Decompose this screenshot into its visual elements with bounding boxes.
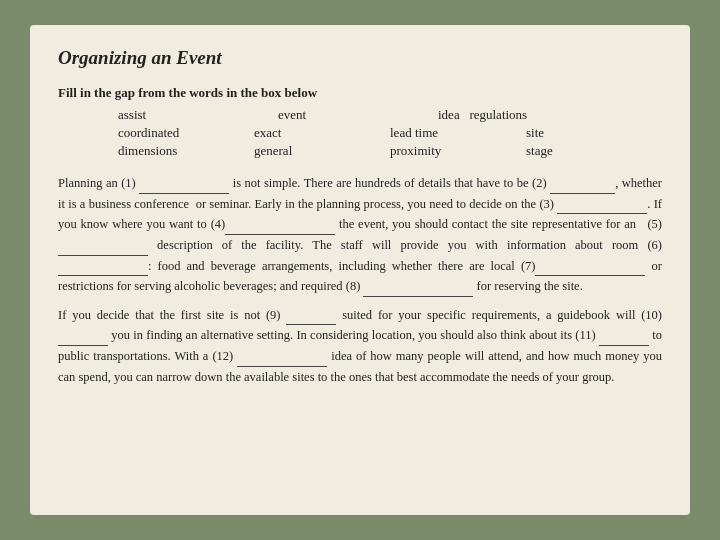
word-exact: exact bbox=[254, 125, 390, 141]
blank-10 bbox=[58, 333, 108, 346]
body-paragraph-2: If you decide that the first site is not… bbox=[58, 305, 662, 388]
blank-9 bbox=[286, 312, 336, 325]
word-assist: assist bbox=[118, 107, 278, 123]
blank-3 bbox=[557, 201, 647, 214]
word-row-1: assist event idea regulations bbox=[118, 107, 662, 123]
blank-11 bbox=[599, 333, 649, 346]
word-box: assist event idea regulations coordinate… bbox=[58, 107, 662, 159]
blank-5 bbox=[58, 243, 148, 256]
blank-2 bbox=[550, 181, 615, 194]
blank-6 bbox=[58, 263, 148, 276]
word-coordinated: coordinated bbox=[118, 125, 254, 141]
word-site: site bbox=[526, 125, 662, 141]
word-stage: stage bbox=[526, 143, 662, 159]
word-event: event bbox=[278, 107, 438, 123]
blank-4 bbox=[225, 222, 335, 235]
page-title: Organizing an Event bbox=[58, 47, 662, 69]
blank-7 bbox=[535, 263, 645, 276]
word-idea-regulations: idea regulations bbox=[438, 107, 598, 123]
word-row-2: coordinated exact lead time site bbox=[118, 125, 662, 141]
word-row-3: dimensions general proximity stage bbox=[118, 143, 662, 159]
blank-1 bbox=[139, 181, 229, 194]
main-card: Organizing an Event Fill in the gap from… bbox=[30, 25, 690, 515]
body-paragraph-1: Planning an (1) is not simple. There are… bbox=[58, 173, 662, 297]
word-lead-time: lead time bbox=[390, 125, 526, 141]
word-general: general bbox=[254, 143, 390, 159]
word-dimensions: dimensions bbox=[118, 143, 254, 159]
blank-8 bbox=[363, 284, 473, 297]
word-proximity: proximity bbox=[390, 143, 526, 159]
blank-12 bbox=[237, 354, 327, 367]
instruction-text: Fill in the gap from the words in the bo… bbox=[58, 85, 662, 101]
